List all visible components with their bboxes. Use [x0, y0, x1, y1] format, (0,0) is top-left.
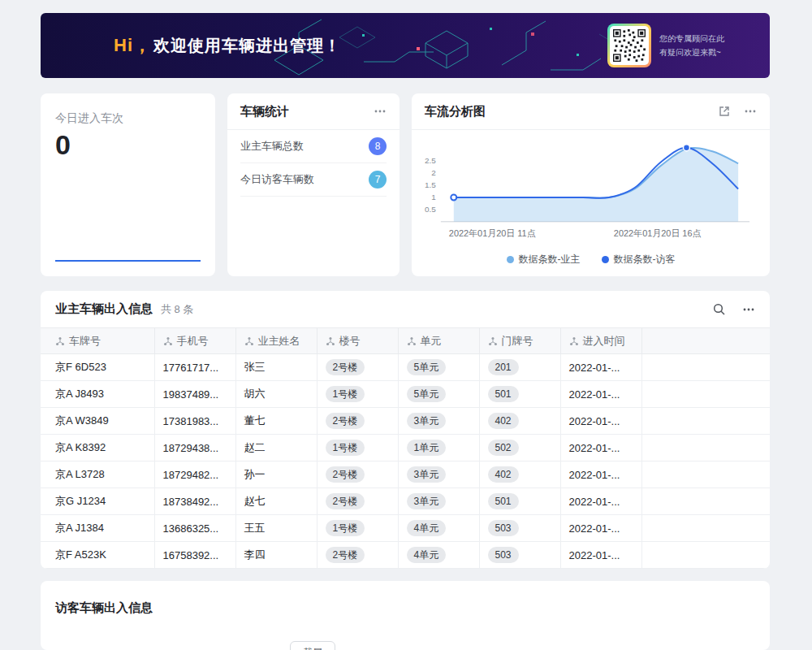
table-cell: 1号楼: [317, 515, 398, 542]
table-cell-empty: [641, 462, 770, 488]
legend-label: 数据条数-访客: [614, 253, 676, 266]
column-header[interactable]: 车牌号: [41, 328, 154, 354]
column-header[interactable]: 单元: [398, 328, 479, 354]
table-cell: 胡六: [235, 381, 317, 408]
welcome-banner: Hi，欢迎使用车辆进出管理！: [41, 13, 770, 78]
legend-item[interactable]: 数据条数-业主: [507, 253, 581, 266]
table-cell: 2号楼: [317, 462, 398, 488]
more-icon[interactable]: [744, 105, 757, 118]
qr-caption-line1: 您的专属顾问在此: [659, 32, 724, 46]
more-icon[interactable]: [742, 303, 755, 316]
table-cell-empty: [641, 515, 770, 542]
table-row[interactable]: 京F A523K16758392...李四2号楼4单元5032022-01-..…: [41, 542, 770, 569]
tag: 1号楼: [326, 520, 365, 536]
tag: 2号楼: [326, 493, 365, 509]
legend-dot: [602, 256, 609, 263]
table-cell: 京A K8392: [41, 435, 154, 462]
tag: 5单元: [407, 386, 447, 402]
column-header[interactable]: 门牌号: [479, 328, 560, 354]
column-header-empty: [641, 328, 770, 354]
table-cell: 5单元: [398, 354, 479, 381]
column-header[interactable]: 楼号: [317, 328, 398, 354]
svg-text:0.5: 0.5: [425, 205, 436, 214]
owner-table-count: 共 8 条: [161, 302, 193, 317]
screenshot-button[interactable]: 截屏: [290, 641, 335, 650]
table-cell: 18729482...: [154, 462, 235, 488]
today-entries-title: 今日进入车次: [41, 93, 215, 126]
table-cell-empty: [641, 354, 770, 381]
svg-text:1.5: 1.5: [425, 180, 436, 189]
table-cell: 2号楼: [317, 408, 398, 435]
tag: 2号楼: [326, 547, 365, 563]
flow-line-chart: 0.511.522.52022年01月20日 11点2022年01月20日 16…: [417, 134, 764, 248]
table-cell: 赵七: [235, 488, 317, 515]
table-row[interactable]: 京A J138413686325...王五1号楼4单元5032022-01-..…: [41, 515, 770, 542]
table-cell: 17761717...: [154, 354, 235, 381]
stat-count-badge: 8: [369, 137, 387, 155]
table-cell: 2022-01-...: [560, 462, 641, 488]
tag: 5单元: [407, 359, 447, 375]
table-cell: 1单元: [398, 435, 479, 462]
table-cell: 京F A523K: [41, 542, 154, 569]
table-cell: 2022-01-...: [560, 542, 641, 569]
table-cell: 402: [479, 462, 560, 488]
table-cell-empty: [641, 435, 770, 462]
svg-text:1: 1: [431, 193, 436, 202]
stat-row: 业主车辆总数8: [240, 130, 387, 163]
today-entries-value: 0: [41, 126, 215, 161]
qr-code[interactable]: [607, 24, 651, 67]
table-cell: 2号楼: [317, 542, 398, 569]
tag: 3单元: [407, 466, 447, 483]
column-header[interactable]: 手机号: [154, 328, 235, 354]
table-cell: 董七: [235, 408, 317, 435]
tag: 201: [488, 359, 519, 375]
qr-consultant[interactable]: 您的专属顾问在此 有疑问欢迎来戳~: [607, 24, 724, 67]
table-row[interactable]: 京A L372818729482...孙一2号楼3单元4022022-01-..…: [41, 462, 770, 488]
table-cell: 2022-01-...: [560, 488, 641, 515]
column-header[interactable]: 业主姓名: [235, 328, 317, 354]
field-type-icon: [163, 336, 173, 346]
table-cell: 4单元: [398, 542, 479, 569]
table-cell: 王五: [235, 515, 317, 542]
table-row[interactable]: 京F 6D52317761717...张三2号楼5单元2012022-01-..…: [41, 354, 770, 381]
table-row[interactable]: 京A W384917381983...董七2号楼3单元4022022-01-..…: [41, 408, 770, 435]
table-cell: 1号楼: [317, 435, 398, 462]
table-cell: 2022-01-...: [560, 408, 641, 435]
table-cell-empty: [641, 381, 770, 408]
tag: 3单元: [407, 413, 447, 429]
table-cell: 京A L3728: [41, 462, 154, 488]
legend-item[interactable]: 数据条数-访客: [602, 253, 676, 266]
field-type-icon: [488, 336, 498, 346]
table-cell: 2022-01-...: [560, 381, 641, 408]
table-cell: 402: [479, 408, 560, 435]
visitor-table-title: 访客车辆出入信息: [41, 581, 770, 616]
table-row[interactable]: 京A J849319837489...胡六1号楼5单元5012022-01-..…: [41, 381, 770, 408]
table-cell: 京G J1234: [41, 488, 154, 515]
tag: 1号楼: [326, 386, 365, 402]
table-cell: 京A J8493: [41, 381, 154, 408]
table-cell: 503: [479, 515, 560, 542]
table-row[interactable]: 京G J123418738492...赵七2号楼3单元5012022-01-..…: [41, 488, 770, 515]
field-type-icon: [326, 336, 335, 346]
tag: 502: [488, 440, 519, 456]
stat-label: 业主车辆总数: [240, 139, 304, 154]
more-icon[interactable]: [374, 105, 387, 118]
owner-table-header-row: 车牌号手机号业主姓名楼号单元门牌号进入时间: [41, 328, 770, 354]
vehicle-stats-rows: 业主车辆总数8今日访客车辆数7: [227, 130, 400, 197]
search-icon[interactable]: [712, 302, 726, 316]
column-header[interactable]: 进入时间: [560, 328, 641, 354]
table-row[interactable]: 京A K839218729438...赵二1号楼1单元5022022-01-..…: [41, 435, 770, 462]
svg-text:2022年01月20日 11点: 2022年01月20日 11点: [449, 228, 536, 238]
table-cell: 3单元: [398, 488, 479, 515]
table-cell: 孙一: [235, 462, 317, 488]
table-cell: 502: [479, 435, 560, 462]
svg-text:2.5: 2.5: [425, 156, 436, 165]
tag: 1号楼: [326, 440, 365, 456]
export-icon[interactable]: [718, 105, 731, 118]
table-cell: 2022-01-...: [560, 435, 641, 462]
table-cell: 3单元: [398, 408, 479, 435]
table-cell: 2号楼: [317, 488, 398, 515]
table-cell: 赵二: [235, 435, 317, 462]
tag: 501: [488, 493, 519, 509]
qr-caption: 您的专属顾问在此 有疑问欢迎来戳~: [659, 32, 724, 59]
